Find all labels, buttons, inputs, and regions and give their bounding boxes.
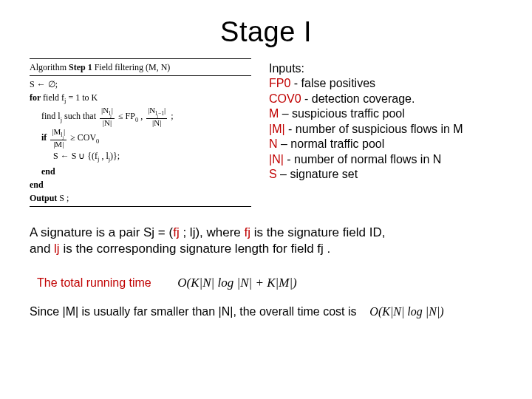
frac-2: |Nlj−1| |N| [145,106,168,128]
kw-output: Output [30,193,59,203]
rbo-b: N [202,276,211,290]
find-leq: ≤ FP [118,111,135,121]
kw-if: if [41,132,49,143]
find-a: find l [41,111,61,121]
sig-h: is the corresponding signature length fo… [60,242,331,256]
algo-line-if: if |Mlj| |M| ≥ COV0 [30,128,251,149]
rbo-f: M [279,276,289,290]
sig-fj-1: fj [173,225,180,239]
sig-c: ; lj), where [180,225,245,239]
sig-lj: lj [54,242,60,256]
s-desc: – signature set [277,168,358,180]
n-label: N [269,137,278,150]
rbo-e: | + K| [249,276,279,290]
inputs-s: S – signature set [269,167,502,182]
assign-b: , l [99,151,108,161]
inputs-m: M – suspicious traffic pool [269,106,502,121]
algo-line-assign: S ← S ∪ {(fj , lj)}; [30,149,251,165]
kw-end-if: end [30,165,251,178]
inputs-fp: FP0 - false positives [269,76,502,91]
f2d-c: | [160,118,161,127]
algo-step: Step 1 [69,62,92,72]
f2n-e: −1 [158,110,164,117]
cov-label: COV0 [269,92,301,105]
rbo-a: O(K| [177,276,202,290]
cov-desc: - detection coverage. [301,92,415,105]
m-label: M [269,107,279,120]
fp-label: FP0 [269,77,290,89]
algo-rule-2 [30,75,251,76]
mabs-label: |M| [269,123,285,135]
inputs-cov: COV0 - detection coverage. [269,92,502,106]
f1d-c: | [110,118,112,127]
algo-line-init: S ← ∅; [30,78,251,91]
slide: Stage I Algorithm Step 1 Field filtering… [0,0,532,399]
inputs-nabs: |N| - number of normal flows in N [269,152,502,167]
f2n-f: | [164,106,166,115]
inputs-heading: Inputs: [269,61,502,76]
f1n-e: | [112,106,113,115]
f3n-b: M [54,127,61,136]
f3n-e: | [64,127,65,136]
f2d-b: N [154,118,160,127]
algo-header-prefix: Algorithm [30,62,69,72]
algo-header-suffix: Field filtering ( [92,62,149,72]
if-geq: ≥ COV [70,132,96,143]
output-S: S ; [59,193,69,203]
algorithm-block: Algorithm Step 1 Field filtering (M, N) … [30,57,251,208]
nabs-desc: - number of normal flows in N [284,153,441,166]
f3d-c: | [62,140,64,149]
sig-fj-2: fj [245,225,251,239]
kw-end-for: end [30,178,251,191]
tbo-e: |) [437,305,444,318]
f3d-b: M [55,140,62,149]
tbo-d: N [429,305,437,318]
inputs-block: Inputs: FP0 - false positives COV0 - det… [269,57,502,183]
tbo-c: | log | [401,305,429,318]
sig-a: A signature is a pair Sj = ( [30,225,173,239]
algo-header-mn: M, N [149,62,167,72]
algo-bottom-rule [30,206,251,207]
timecost-text: Since |M| is usually far smaller than |N… [30,305,357,318]
for-body-a: field f [43,92,64,103]
algo-line-for: for field fj = 1 to K [30,91,251,106]
find-semicolon: ; [171,111,173,121]
running-time-label: The total running time [37,276,151,289]
rbo-c: | log | [211,276,241,290]
page-title: Stage I [30,16,502,48]
frac-1: |Nlj| |N| [98,106,116,128]
inputs-mabs: |M| - number of suspicious flows in M [269,122,502,137]
algo-header-close: ) [167,62,170,72]
tbo-a: O(K| [369,305,393,318]
find-comma: , [138,111,145,121]
two-column-row: Algorithm Step 1 Field filtering (M, N) … [30,57,502,208]
cov-sub0: 0 [96,138,99,145]
m-desc: – suspicious traffic pool [279,107,404,120]
assign-c: )}; [110,151,120,161]
signature-definition: A signature is a pair Sj = (fj ; lj), wh… [30,225,502,257]
for-body-b: = 1 to K [66,92,98,103]
frac-3: |Mlj| |M| [49,128,68,149]
find-b: such that [62,111,98,121]
fp-desc: - false positives [290,77,375,89]
algo-output: Output S ; [30,191,251,205]
f1n-b: N [103,106,109,115]
f1d-b: N [104,118,110,127]
running-time-row: The total running time O(K|N| log |N| + … [37,276,502,290]
sig-f: and [30,242,54,256]
tbo-b: N [393,305,401,318]
s-label: S [269,168,277,180]
kw-for: for [30,92,43,103]
timecost-bigO: O(K|N| log |N|) [369,305,443,318]
algo-top-rule [30,58,251,59]
timecost-row: Since |M| is usually far smaller than |N… [30,305,502,318]
rbo-d: N [240,276,248,290]
rbo-g: |) [289,276,296,290]
algo-header: Algorithm Step 1 Field filtering (M, N) [30,61,251,74]
n-desc: – normal traffic pool [278,137,385,150]
running-time-bigO: O(K|N| log |N| + K|M|) [177,276,296,290]
sig-e: is the signature field ID, [250,225,385,239]
assign-a: S ← S ∪ {(f [53,151,98,161]
algo-line-find: find lj such that |Nlj| |N| ≤ FP0 , |Nlj… [30,106,251,128]
mabs-desc: - number of suspicious flows in M [285,123,463,135]
